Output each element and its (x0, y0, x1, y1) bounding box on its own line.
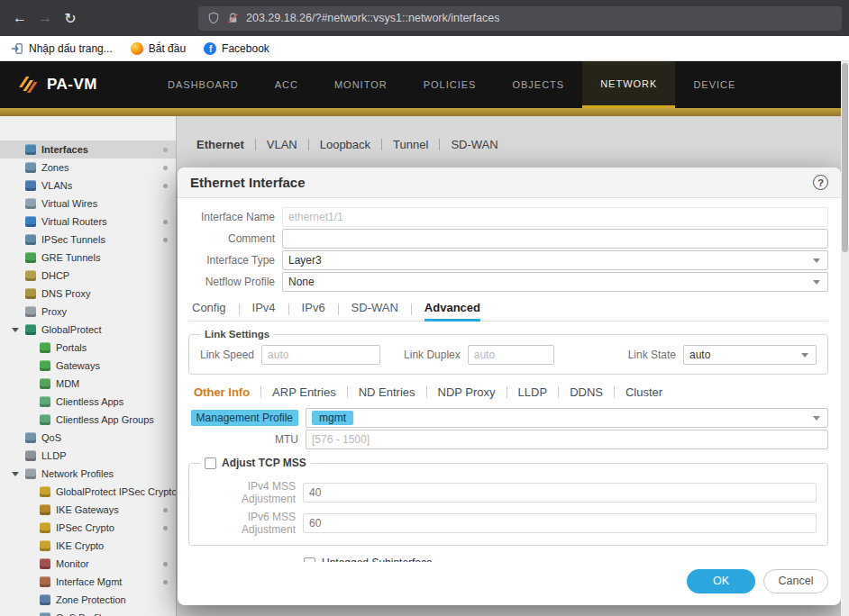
clientless-app-groups-icon (40, 414, 50, 425)
adjust-tcp-mss-legend: Adjust TCP MSS (200, 457, 311, 469)
content-tab-ethernet[interactable]: Ethernet (196, 138, 244, 151)
gateways-icon (40, 360, 50, 371)
sidebar: Interfaces Zones VLANs Virtual Wires Vir… (0, 116, 177, 616)
sidebar-item-globalprotect[interactable]: GlobalProtect (0, 321, 176, 339)
sidebar-item-zones[interactable]: Zones (0, 159, 176, 177)
import-bookmarks-icon (11, 42, 23, 55)
advanced-subtabs: Other Info ARP Entries ND Entries NDP Pr… (188, 385, 828, 399)
collapse-icon[interactable] (12, 472, 19, 476)
comment-field[interactable] (282, 229, 828, 249)
management-profile-select[interactable]: mgmt (306, 408, 828, 428)
netflow-profile-label: Netflow Profile (188, 276, 275, 288)
sidebar-item-dhcp[interactable]: DHCP (0, 267, 176, 285)
bookmark-import[interactable]: Nhập dấu trang... (11, 42, 113, 55)
ipv4-mss-field[interactable] (303, 483, 817, 503)
sidebar-item-monitor[interactable]: Monitor (0, 555, 176, 573)
link-duplex-field[interactable] (468, 345, 554, 365)
bookmark-facebook[interactable]: f Facebook (204, 42, 269, 55)
brand: PA-VM (0, 61, 114, 108)
sidebar-item-proxy[interactable]: Proxy (0, 303, 176, 321)
ethernet-interface-dialog: Ethernet Interface ? Interface Name Comm… (178, 168, 841, 605)
help-icon[interactable]: ? (813, 175, 828, 190)
sidebar-item-portals[interactable]: Portals (0, 339, 176, 357)
back-button[interactable]: ← (7, 5, 32, 31)
nav-monitor[interactable]: MONITOR (316, 61, 406, 108)
content-tab-vlan[interactable]: VLAN (267, 138, 297, 151)
link-speed-label: Link Speed (200, 349, 254, 361)
link-state-select[interactable]: auto (683, 345, 817, 365)
sidebar-item-interface-mgmt[interactable]: Interface Mgmt (0, 573, 176, 591)
clientless-apps-icon (40, 396, 50, 407)
cancel-button[interactable]: Cancel (763, 569, 828, 593)
sidebar-item-qos[interactable]: QoS (0, 429, 176, 447)
sidebar-item-ipsec-tunnels[interactable]: IPSec Tunnels (0, 231, 176, 249)
link-speed-field[interactable] (261, 345, 380, 365)
tab-advanced[interactable]: Advanced (424, 297, 480, 322)
reload-button[interactable]: ↻ (58, 5, 83, 31)
subtab-ndp-proxy[interactable]: NDP Proxy (438, 385, 496, 399)
main-nav: DASHBOARD ACC MONITOR POLICIES OBJECTS N… (150, 61, 753, 108)
scrollbar-thumb[interactable] (842, 63, 848, 252)
dialog-footer: OK Cancel (178, 562, 841, 605)
sidebar-item-interfaces[interactable]: Interfaces (0, 140, 176, 159)
subtab-lldp[interactable]: LLDP (518, 385, 548, 399)
bookmark-firefox-start[interactable]: Bắt đầu (131, 42, 186, 55)
vertical-scrollbar[interactable] (841, 61, 849, 616)
nav-dashboard[interactable]: DASHBOARD (150, 61, 257, 108)
sidebar-item-vlans[interactable]: VLANs (0, 177, 176, 195)
sidebar-item-qos-profile[interactable]: QoS Profile (0, 609, 176, 616)
netflow-profile-select[interactable]: None (282, 272, 828, 292)
sidebar-item-ipsec-crypto[interactable]: IPSec Crypto (0, 519, 176, 537)
sidebar-item-mdm[interactable]: MDM (0, 375, 176, 393)
nav-acc[interactable]: ACC (257, 61, 316, 108)
sidebar-item-network-profiles[interactable]: Network Profiles (0, 465, 176, 483)
subtab-arp-entries[interactable]: ARP Entries (272, 385, 336, 399)
nav-network[interactable]: NETWORK (582, 61, 675, 108)
nav-objects[interactable]: OBJECTS (494, 61, 582, 108)
ipv6-mss-label: IPv6 MSS Adjustment (200, 511, 296, 536)
tab-ipv4[interactable]: IPv4 (252, 297, 276, 322)
insecure-lock-icon[interactable] (227, 13, 239, 24)
content-tab-sdwan[interactable]: SD-WAN (451, 138, 498, 151)
sidebar-item-gp-ipsec-crypto[interactable]: GlobalProtect IPSec Crypto (0, 483, 176, 501)
url-bar[interactable]: 203.29.18.26/?#network::vsys1::network/i… (198, 6, 842, 31)
tab-ipv6[interactable]: IPv6 (302, 297, 325, 322)
subtab-nd-entries[interactable]: ND Entries (359, 385, 415, 399)
adjust-tcp-mss-checkbox[interactable] (205, 457, 216, 469)
chevron-down-icon (813, 416, 820, 421)
sidebar-item-virtual-wires[interactable]: Virtual Wires (0, 195, 176, 213)
sidebar-item-zone-protection[interactable]: Zone Protection (0, 591, 176, 609)
dialog-body: Interface Name Comment Interface Type La… (178, 198, 841, 562)
subtab-ddns[interactable]: DDNS (570, 385, 603, 399)
sidebar-item-clientless-apps[interactable]: Clientless Apps (0, 393, 176, 411)
virtual-routers-icon (25, 216, 36, 227)
sidebar-item-gateways[interactable]: Gateways (0, 357, 176, 375)
sidebar-item-lldp[interactable]: LLDP (0, 447, 176, 465)
nav-device[interactable]: DEVICE (675, 61, 753, 108)
content-tab-tunnel[interactable]: Tunnel (393, 138, 428, 151)
proxy-icon (25, 306, 36, 317)
tab-config[interactable]: Config (192, 297, 226, 322)
sidebar-item-ike-gateways[interactable]: IKE Gateways (0, 501, 176, 519)
bookmark-label: Nhập dấu trang... (29, 42, 113, 55)
interface-type-select[interactable]: Layer3 (282, 250, 828, 270)
ipsec-tunnels-icon (25, 234, 36, 245)
content-tab-loopback[interactable]: Loopback (320, 138, 370, 151)
collapse-icon[interactable] (12, 328, 19, 332)
subtab-cluster[interactable]: Cluster (625, 385, 662, 399)
zones-icon (25, 162, 36, 173)
sidebar-item-gre-tunnels[interactable]: GRE Tunnels (0, 249, 176, 267)
ipv6-mss-field[interactable] (303, 513, 817, 533)
tracking-shield-icon[interactable] (207, 12, 220, 24)
tab-sdwan[interactable]: SD-WAN (351, 297, 398, 322)
nav-policies[interactable]: POLICIES (406, 61, 495, 108)
ok-button[interactable]: OK (687, 569, 755, 593)
interface-name-label: Interface Name (188, 211, 275, 223)
subtab-other-info[interactable]: Other Info (194, 385, 250, 399)
forward-button[interactable]: → (32, 5, 58, 31)
sidebar-item-clientless-app-groups[interactable]: Clientless App Groups (0, 411, 176, 429)
sidebar-item-virtual-routers[interactable]: Virtual Routers (0, 213, 176, 231)
sidebar-item-ike-crypto[interactable]: IKE Crypto (0, 537, 176, 555)
mtu-field[interactable] (306, 430, 828, 449)
sidebar-item-dns-proxy[interactable]: DNS Proxy (0, 285, 176, 303)
